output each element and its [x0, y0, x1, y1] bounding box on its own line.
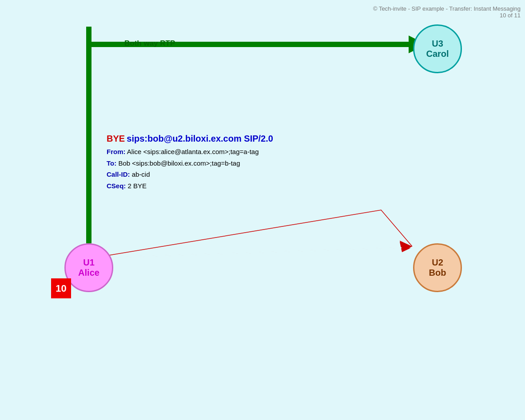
cseq-value: 2 BYE — [128, 182, 147, 190]
page-container: © Tech-invite - SIP example - Transfer: … — [0, 0, 525, 420]
u1-label1: U1 — [83, 258, 95, 268]
copyright: © Tech-invite - SIP example - Transfer: … — [373, 5, 521, 19]
sip-uri: sips:bob@u2.biloxi.ex.com SIP/2.0 — [127, 134, 273, 143]
callid-value: ab-cid — [132, 170, 150, 178]
u3-label2: Carol — [426, 49, 449, 59]
step-badge: 10 — [51, 278, 71, 298]
node-u2: U2 Bob — [413, 243, 462, 292]
to-value: Bob <sips:bob@biloxi.ex.com>;tag=b-tag — [118, 159, 240, 167]
node-u1: U1 Alice — [64, 243, 113, 292]
u3-label1: U3 — [432, 39, 443, 49]
u2-label2: Bob — [429, 268, 446, 278]
callid-label: Call-ID: — [107, 170, 130, 178]
svg-line-3 — [109, 247, 412, 258]
sip-method: BYE — [107, 134, 125, 143]
copyright-line1: © Tech-invite - SIP example - Transfer: … — [373, 5, 521, 12]
from-label: From: — [107, 148, 126, 155]
svg-marker-4 — [400, 242, 412, 252]
sip-message: BYE sips:bob@u2.biloxi.ex.com SIP/2.0 Fr… — [107, 131, 273, 191]
svg-marker-6 — [400, 241, 412, 252]
u2-label1: U2 — [432, 258, 443, 268]
node-u3: U3 Carol — [413, 24, 462, 73]
to-label: To: — [107, 159, 116, 167]
cseq-label: CSeq: — [107, 182, 126, 190]
u1-label2: Alice — [78, 268, 99, 278]
from-value: Alice <sips:alice@atlanta.ex.com>;tag=a-… — [127, 148, 259, 155]
rtp-label: Both way RTP — [124, 39, 175, 48]
copyright-line2: 10 of 11 — [373, 12, 521, 19]
svg-line-5 — [109, 247, 412, 258]
